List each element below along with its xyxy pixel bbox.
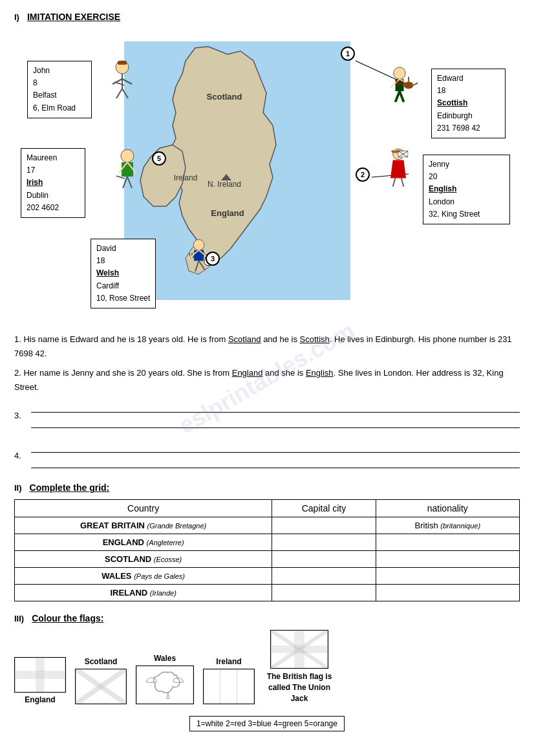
- john-name: John: [33, 65, 86, 77]
- write-area-3: 3.: [14, 400, 520, 431]
- flag-ireland-label: Ireland: [216, 657, 241, 666]
- part1-map-area: Scotland Ireland N. Ireland England Wale…: [14, 28, 520, 326]
- part2-label: II): [14, 483, 22, 493]
- flag-england-label: England: [25, 695, 55, 704]
- jenny-name: Jenny: [429, 158, 504, 171]
- nationality-wales[interactable]: [376, 568, 519, 585]
- part1-label: I): [14, 12, 19, 22]
- svg-marker-44: [390, 160, 406, 178]
- write-label-3: 3.: [14, 411, 27, 420]
- john-address: 6, Elm Road: [33, 102, 86, 114]
- part1-title: IMITATION EXERCISE: [27, 12, 120, 22]
- svg-rect-18: [118, 61, 127, 65]
- david-nationality: Welsh: [96, 267, 150, 279]
- edward-name: Edward: [437, 72, 500, 85]
- part2-title: Complete the grid:: [30, 482, 110, 493]
- svg-line-24: [127, 177, 132, 188]
- table-row: SCOTLAND (Ecosse): [15, 551, 520, 568]
- flag-item-union-jack: The British flag is called The Union Jac…: [264, 630, 335, 704]
- color-key: 1=white 2=red 3=blue 4=green 5=orange: [189, 716, 345, 731]
- maureen-nationality: Irish: [27, 177, 80, 189]
- svg-rect-64: [272, 646, 328, 654]
- svg-line-23: [123, 177, 127, 188]
- col-header-capital: Capital city: [272, 500, 376, 517]
- write-line-4a[interactable]: [31, 440, 520, 453]
- edward-nationality: Scottish: [437, 97, 500, 109]
- flag-wales: [136, 665, 194, 704]
- country-ireland: IRELAND (Irlande): [15, 585, 272, 601]
- number-circle-3: 3: [206, 252, 220, 266]
- svg-line-17: [122, 89, 128, 98]
- grid-table: Country Capital city nationality GREAT B…: [14, 499, 520, 601]
- table-row: GREAT BRITAIN (Grande Bretagne) British …: [15, 517, 520, 534]
- table-row: ENGLAND (Angleterre): [15, 534, 520, 551]
- svg-point-19: [121, 149, 134, 162]
- john-city: Belfast: [33, 89, 86, 102]
- nationality-ireland[interactable]: [376, 585, 519, 601]
- edward-phone: 231 7698 42: [437, 122, 500, 135]
- john-age: 8: [33, 77, 86, 89]
- svg-text:England: England: [211, 208, 244, 218]
- svg-text:Scotland: Scotland: [207, 92, 242, 102]
- write-area-4: 4.: [14, 440, 520, 471]
- country-great-britain: GREAT BRITAIN (Grande Bretagne): [15, 517, 272, 534]
- country-scotland: SCOTLAND (Ecosse): [15, 551, 272, 568]
- svg-text:Ireland: Ireland: [174, 173, 198, 182]
- table-row: WALES (Pays de Gales): [15, 568, 520, 585]
- flag-item-ireland: Ireland: [203, 657, 255, 704]
- character-edward: [382, 66, 418, 108]
- nationality-scotland[interactable]: [376, 551, 519, 568]
- flag-scotland-label: Scotland: [85, 657, 118, 666]
- david-age: 18: [96, 255, 150, 267]
- nationality-england[interactable]: [376, 534, 519, 551]
- flag-union-jack-label: The British flag is called The Union Jac…: [264, 671, 335, 704]
- character-john: [105, 59, 140, 102]
- info-box-jenny: Jenny 20 English London 32, King Street: [423, 155, 510, 224]
- number-circle-2: 2: [356, 167, 370, 182]
- write-label-4: 4.: [14, 451, 27, 460]
- nationality-great-britain: British (britannique): [376, 517, 519, 534]
- svg-line-49: [401, 178, 404, 186]
- write-line-3a[interactable]: [31, 400, 520, 413]
- capital-england[interactable]: [272, 534, 376, 551]
- country-wales: WALES (Pays de Gales): [15, 568, 272, 585]
- maureen-age: 17: [27, 164, 80, 177]
- table-row: IRELAND (Irlande): [15, 585, 520, 601]
- svg-rect-26: [194, 250, 204, 261]
- svg-line-30: [199, 261, 205, 270]
- capital-wales[interactable]: [272, 568, 376, 585]
- col-header-country: Country: [15, 500, 272, 517]
- part3-title: Colour the flags:: [32, 613, 103, 623]
- part2-section: II) Complete the grid: Country Capital c…: [14, 482, 520, 601]
- svg-line-48: [393, 178, 396, 186]
- flag-item-scotland: Scotland: [75, 657, 127, 704]
- svg-point-32: [394, 67, 406, 80]
- capital-ireland[interactable]: [272, 585, 376, 601]
- svg-point-40: [404, 81, 414, 89]
- maureen-phone: 202 4602: [27, 202, 80, 214]
- info-box-david: David 18 Welsh Cardiff 10, Rose Street: [91, 239, 156, 308]
- flag-item-england: England: [14, 657, 66, 704]
- info-box-john: John 8 Belfast 6, Elm Road: [27, 61, 92, 118]
- svg-line-14: [112, 79, 122, 84]
- edward-age: 18: [437, 85, 500, 97]
- sentence-1: 1. His name is Edward and he is 18 years…: [14, 332, 520, 361]
- capital-scotland[interactable]: [272, 551, 376, 568]
- jenny-city: London: [429, 196, 504, 208]
- svg-rect-57: [204, 669, 253, 704]
- sentence-2: 2. Her name is Jenny and she is 20 years…: [14, 366, 520, 394]
- svg-line-42: [413, 83, 418, 85]
- capital-great-britain[interactable]: [272, 517, 376, 534]
- svg-line-15: [122, 79, 132, 84]
- david-city: Cardiff: [96, 280, 150, 292]
- info-box-edward: Edward 18 Scottish Edinburgh 231 7698 42: [431, 69, 506, 138]
- svg-line-16: [116, 89, 122, 98]
- flag-item-wales: Wales: [136, 654, 194, 704]
- flag-union-jack: [270, 630, 328, 669]
- svg-text:N. Ireland: N. Ireland: [208, 180, 241, 189]
- david-name: David: [96, 243, 150, 255]
- write-line-3b[interactable]: [31, 415, 520, 428]
- write-line-4b[interactable]: [31, 455, 520, 468]
- character-jenny: [381, 148, 416, 190]
- maureen-name: Maureen: [27, 152, 80, 164]
